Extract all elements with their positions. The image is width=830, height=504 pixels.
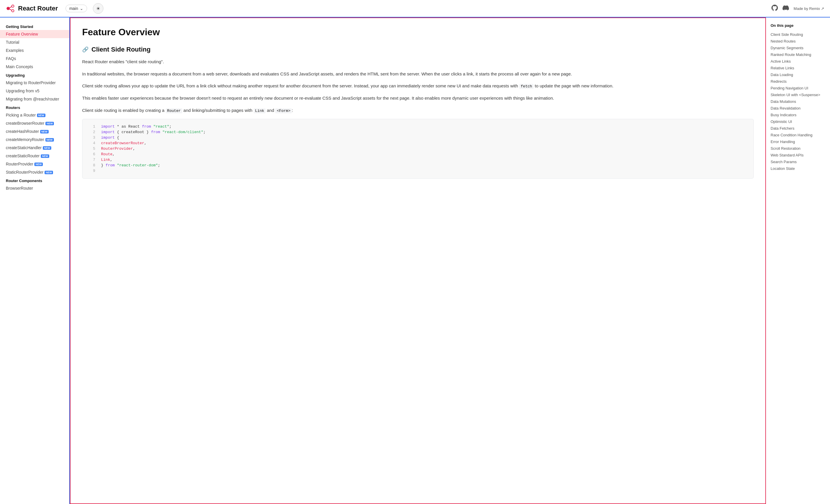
code-token: "react-dom/client" (162, 130, 203, 134)
svg-point-1 (12, 5, 14, 7)
toc-item[interactable]: Active Links (771, 58, 825, 65)
anchor-icon: 🔗 (82, 46, 89, 53)
toc-item[interactable]: Data Mutations (771, 98, 825, 105)
sidebar-item[interactable]: Picking a RouterNEW (0, 111, 69, 119)
code-line: 2import { createRoot } from "react-dom/c… (83, 129, 754, 135)
toc-item[interactable]: Data Revalidation (771, 105, 825, 112)
toc-item[interactable]: Race Condition Handling (771, 132, 825, 138)
paragraph: Client side routing is enabled by creati… (82, 106, 754, 114)
new-badge: NEW (40, 130, 49, 133)
made-by-label[interactable]: Made by Remix ↗ (794, 6, 824, 11)
inline-code: Link (254, 108, 265, 113)
code-block: 1import * as React from "react";2import … (82, 119, 754, 179)
layout: Getting StartedFeature OverviewTutorialE… (0, 18, 830, 504)
toc-item[interactable]: Dynamic Segments (771, 44, 825, 51)
new-badge: NEW (37, 114, 45, 117)
code-token: from (151, 130, 160, 134)
sidebar-item[interactable]: Migrating from @reach/router (0, 95, 69, 103)
github-icon[interactable] (771, 5, 778, 12)
new-badge: NEW (45, 122, 54, 125)
toc-item[interactable]: Optimistic UI (771, 118, 825, 125)
branch-label: main (69, 6, 78, 11)
line-number: 3 (87, 135, 95, 140)
sidebar-item[interactable]: createBrowserRouterNEW (0, 119, 69, 127)
inline-code: <Form> (275, 108, 292, 113)
sidebar-item[interactable]: createMemoryRouterNEW (0, 135, 69, 144)
toc-items-container: Client Side RoutingNested RoutesDynamic … (771, 31, 825, 172)
sidebar-item[interactable]: StaticRouterProviderNEW (0, 168, 69, 176)
sidebar-item[interactable]: createStaticRouterNEW (0, 152, 69, 160)
toc-item[interactable]: Error Handling (771, 138, 825, 145)
code-token: RouterProvider (101, 147, 133, 151)
toc-item[interactable]: Redirects (771, 78, 825, 85)
svg-point-0 (7, 7, 10, 10)
code-token: from (106, 163, 115, 167)
sidebar-item[interactable]: Tutorial (0, 38, 69, 46)
code-token: import (101, 130, 115, 134)
line-number: 6 (87, 152, 95, 156)
toc-item[interactable]: Data Loading (771, 71, 825, 78)
sidebar-item[interactable]: Feature Overview (0, 30, 69, 38)
code-token: createBrowserRouter (101, 141, 144, 146)
paragraph: Client side routing allows your app to u… (82, 82, 754, 90)
sidebar-item[interactable]: createHashRouterNEW (0, 127, 69, 135)
code-lines-container: 1import * as React from "react";2import … (83, 124, 754, 174)
sidebar-item[interactable]: BrowserRouter (0, 184, 69, 192)
toc-item[interactable]: Scroll Restoration (771, 145, 825, 152)
code-line: 8} from "react-router-dom"; (83, 163, 754, 168)
toc-item[interactable]: Busy Indicators (771, 112, 825, 118)
new-badge: NEW (44, 171, 53, 174)
code-line: 7 Link, (83, 157, 754, 163)
sidebar-item[interactable]: RouterProviderNEW (0, 160, 69, 168)
sidebar-item[interactable]: createStaticHandlerNEW (0, 144, 69, 152)
code-token: "react" (153, 124, 169, 129)
page-title: Feature Overview (82, 27, 754, 38)
sidebar-section-title: Upgrading (0, 71, 69, 78)
toc-item[interactable]: Pending Navigation UI (771, 85, 825, 92)
line-content: createBrowserRouter, (101, 141, 147, 146)
sidebar-section-title: Router Components (0, 176, 69, 184)
code-token: Link (101, 158, 110, 162)
new-badge: NEW (34, 163, 43, 166)
line-content: Link, (101, 158, 113, 162)
code-line: 3import { (83, 135, 754, 140)
sidebar-section-title: Getting Started (0, 22, 69, 30)
theme-toggle-button[interactable]: ☀ (93, 3, 103, 14)
logo-area: React Router main ⌄ ☀ (6, 3, 771, 14)
svg-line-3 (9, 7, 12, 8)
code-line: 4 createBrowserRouter, (83, 140, 754, 146)
sidebar-item[interactable]: Migrating to RouterProvider (0, 78, 69, 87)
toc-item[interactable]: Location State (771, 165, 825, 172)
toc-item[interactable]: Relative Links (771, 65, 825, 71)
code-token: from (142, 124, 151, 129)
sidebar-section-title: Routers (0, 103, 69, 111)
sidebar-item[interactable]: FAQs (0, 55, 69, 63)
toc-item[interactable]: Web Standard APIs (771, 152, 825, 158)
paragraph: React Router enables "client side routin… (82, 58, 754, 66)
chevron-down-icon: ⌄ (80, 6, 83, 11)
inline-code: fetch (519, 84, 534, 89)
toc-item[interactable]: Client Side Routing (771, 31, 825, 38)
sidebar-item[interactable]: Examples (0, 46, 69, 55)
line-content: Route, (101, 152, 115, 156)
line-number: 4 (87, 141, 95, 146)
toc-item[interactable]: Search Params (771, 158, 825, 165)
sidebar-item[interactable]: Main Concepts (0, 63, 69, 71)
toc-item[interactable]: Skeleton UI with <Suspense> (771, 92, 825, 98)
toc-item[interactable]: Data Fetchers (771, 125, 825, 132)
branch-selector[interactable]: main ⌄ (66, 5, 87, 12)
toc-item[interactable]: Nested Routes (771, 38, 825, 44)
line-content: } from "react-router-dom"; (101, 163, 160, 167)
line-content: import { createRoot } from "react-dom/cl… (101, 130, 205, 134)
code-token: import (101, 135, 115, 140)
code-line: 9 (83, 168, 754, 174)
toc-item[interactable]: Ranked Route Matching (771, 51, 825, 58)
sun-icon: ☀ (96, 6, 100, 11)
logo-text: React Router (18, 5, 58, 12)
discord-icon[interactable] (783, 5, 789, 12)
line-number: 2 (87, 130, 95, 134)
sidebar-item[interactable]: Upgrading from v5 (0, 87, 69, 95)
line-content: RouterProvider, (101, 147, 135, 151)
table-of-contents: On this page Client Side RoutingNested R… (766, 18, 830, 504)
header: React Router main ⌄ ☀ Made by Remix ↗ (0, 0, 830, 18)
